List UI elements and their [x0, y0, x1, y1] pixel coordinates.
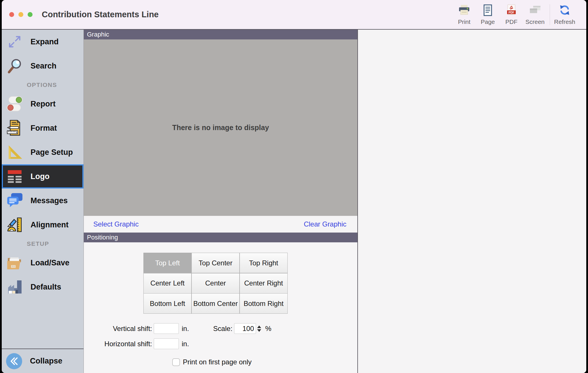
- page-icon: [481, 4, 494, 17]
- zoom-window-button[interactable]: [28, 12, 33, 17]
- first-page-row: Print on first page only: [172, 358, 357, 366]
- search-icon: [6, 58, 23, 74]
- vertical-shift-input[interactable]: [154, 323, 179, 334]
- position-top-left[interactable]: Top Left: [144, 253, 191, 273]
- positioning-section-title: Positioning: [87, 234, 118, 241]
- horizontal-shift-unit: in.: [182, 340, 189, 348]
- horizontal-shift-label: Horizontal shift:: [84, 340, 152, 348]
- pdf-icon: PDF: [505, 4, 518, 17]
- refresh-icon: [558, 4, 571, 17]
- minimize-window-button[interactable]: [18, 12, 23, 17]
- collapse-label: Collapse: [30, 357, 62, 366]
- logo-icon: [6, 168, 23, 185]
- scale-label: Scale:: [213, 325, 232, 333]
- select-graphic-link[interactable]: Select Graphic: [93, 220, 139, 228]
- first-page-checkbox[interactable]: [172, 358, 180, 366]
- scale-stepper[interactable]: [257, 326, 261, 332]
- sidebar-item-label: Search: [31, 62, 56, 71]
- position-center-left[interactable]: Center Left: [144, 273, 191, 293]
- format-icon: [6, 120, 23, 136]
- svg-text:PDF: PDF: [509, 11, 514, 14]
- sidebar-item-report[interactable]: Report: [2, 92, 84, 116]
- clear-graphic-link[interactable]: Clear Graphic: [304, 220, 346, 228]
- horizontal-shift-input[interactable]: [154, 338, 179, 349]
- sidebar-item-logo[interactable]: Logo: [2, 164, 84, 189]
- logo-editor-panel: Graphic There is no image to display Sel…: [84, 30, 358, 373]
- graphic-links-row: Select Graphic Clear Graphic: [84, 216, 357, 233]
- report-preview-area: [358, 30, 586, 373]
- toolbar-separator: [550, 4, 550, 25]
- sidebar-section-options: OPTIONS: [2, 78, 84, 92]
- page-button[interactable]: Page: [476, 4, 500, 25]
- sidebar-item-label: Load/Save: [31, 258, 69, 267]
- graphic-section-header: Graphic: [84, 30, 357, 39]
- alignment-icon: [6, 216, 23, 233]
- print-icon: [458, 4, 471, 17]
- app-window: Contribution Statements Line Print: [2, 0, 586, 373]
- print-button[interactable]: Print: [452, 4, 476, 25]
- window-title: Contribution Statements Line: [42, 10, 159, 19]
- pdf-button[interactable]: PDF PDF: [500, 4, 523, 25]
- sidebar-collapse-button[interactable]: Collapse: [2, 349, 84, 373]
- screen-label: Screen: [526, 18, 545, 25]
- sidebar: Expand Search OPTIONS: [2, 30, 84, 373]
- sidebar-item-label: Defaults: [31, 283, 61, 292]
- vertical-shift-row: Vertical shift: in. Scale: %: [84, 323, 357, 334]
- position-top-right[interactable]: Top Right: [240, 253, 287, 273]
- sidebar-item-search[interactable]: Search: [2, 54, 84, 78]
- sidebar-item-label: Report: [31, 100, 56, 109]
- defaults-icon: [6, 279, 23, 295]
- sidebar-section-setup: SETUP: [2, 237, 84, 251]
- pdf-label: PDF: [505, 18, 517, 25]
- sidebar-item-label: Alignment: [31, 220, 69, 229]
- position-bottom-center[interactable]: Bottom Center: [192, 294, 239, 313]
- sidebar-item-messages[interactable]: Messages: [2, 189, 84, 213]
- graphic-section-title: Graphic: [87, 31, 109, 38]
- scale-input[interactable]: [234, 323, 256, 334]
- set-square-icon: [6, 144, 23, 161]
- sidebar-item-expand[interactable]: Expand: [2, 30, 84, 54]
- sidebar-list: Expand Search OPTIONS: [2, 30, 84, 349]
- position-center[interactable]: Center: [192, 273, 239, 293]
- page-label: Page: [481, 18, 495, 25]
- scale-unit: %: [265, 325, 271, 333]
- sidebar-item-label: Logo: [31, 172, 50, 181]
- positioning-panel: Top Left Top Center Top Right Center Lef…: [84, 242, 357, 373]
- no-image-message: There is no image to display: [172, 123, 269, 132]
- stepper-down-icon[interactable]: [257, 329, 261, 332]
- expand-icon: [6, 33, 23, 50]
- folder-icon: [6, 254, 23, 271]
- toggles-icon: [6, 96, 23, 112]
- title-bar: Contribution Statements Line Print: [2, 0, 586, 30]
- stepper-up-icon[interactable]: [257, 326, 261, 328]
- sidebar-item-label: Page Setup: [31, 148, 73, 157]
- app-body: Expand Search OPTIONS: [2, 30, 586, 373]
- position-grid: Top Left Top Center Top Right Center Lef…: [143, 253, 288, 314]
- position-center-right[interactable]: Center Right: [240, 273, 287, 293]
- close-window-button[interactable]: [9, 12, 14, 17]
- collapse-icon: [6, 353, 22, 370]
- sidebar-item-label: Format: [31, 124, 57, 133]
- refresh-button[interactable]: Refresh: [553, 4, 576, 25]
- toolbar: Print Page: [452, 4, 586, 25]
- vertical-shift-unit: in.: [182, 325, 189, 333]
- traffic-lights: [9, 12, 33, 17]
- sidebar-item-format[interactable]: Format: [2, 116, 84, 140]
- sidebar-item-alignment[interactable]: Alignment: [2, 213, 84, 237]
- sidebar-item-defaults[interactable]: Defaults: [2, 275, 84, 299]
- sidebar-item-label: Expand: [31, 37, 59, 46]
- position-top-center[interactable]: Top Center: [192, 253, 239, 273]
- print-label: Print: [458, 18, 470, 25]
- positioning-section-header: Positioning: [84, 233, 357, 242]
- vertical-shift-label: Vertical shift:: [84, 325, 152, 333]
- sidebar-item-label: Messages: [31, 196, 68, 205]
- sidebar-item-load-save[interactable]: Load/Save: [2, 251, 84, 275]
- first-page-checkbox-label: Print on first page only: [183, 358, 252, 366]
- sidebar-item-page-setup[interactable]: Page Setup: [2, 140, 84, 164]
- position-bottom-right[interactable]: Bottom Right: [240, 294, 287, 313]
- screen-button[interactable]: Screen: [523, 4, 547, 25]
- refresh-label: Refresh: [554, 18, 575, 25]
- horizontal-shift-row: Horizontal shift: in.: [84, 338, 357, 349]
- messages-icon: [6, 192, 23, 209]
- position-bottom-left[interactable]: Bottom Left: [144, 294, 191, 313]
